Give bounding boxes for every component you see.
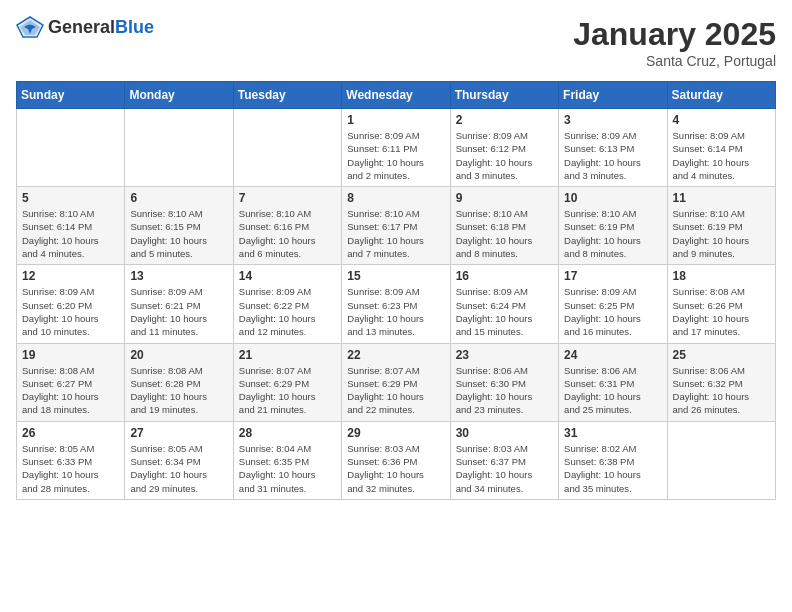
calendar-day: 29Sunrise: 8:03 AM Sunset: 6:36 PM Dayli…	[342, 421, 450, 499]
calendar-week-3: 12Sunrise: 8:09 AM Sunset: 6:20 PM Dayli…	[17, 265, 776, 343]
logo-general: General	[48, 17, 115, 37]
day-info: Sunrise: 8:09 AM Sunset: 6:25 PM Dayligh…	[564, 285, 661, 338]
day-number: 26	[22, 426, 119, 440]
day-info: Sunrise: 8:07 AM Sunset: 6:29 PM Dayligh…	[239, 364, 336, 417]
day-info: Sunrise: 8:09 AM Sunset: 6:11 PM Dayligh…	[347, 129, 444, 182]
day-info: Sunrise: 8:10 AM Sunset: 6:18 PM Dayligh…	[456, 207, 553, 260]
day-info: Sunrise: 8:09 AM Sunset: 6:12 PM Dayligh…	[456, 129, 553, 182]
day-number: 10	[564, 191, 661, 205]
day-info: Sunrise: 8:09 AM Sunset: 6:14 PM Dayligh…	[673, 129, 770, 182]
day-info: Sunrise: 8:05 AM Sunset: 6:34 PM Dayligh…	[130, 442, 227, 495]
calendar-day: 25Sunrise: 8:06 AM Sunset: 6:32 PM Dayli…	[667, 343, 775, 421]
weekday-header-thursday: Thursday	[450, 82, 558, 109]
day-info: Sunrise: 8:09 AM Sunset: 6:21 PM Dayligh…	[130, 285, 227, 338]
calendar-day: 2Sunrise: 8:09 AM Sunset: 6:12 PM Daylig…	[450, 109, 558, 187]
day-number: 25	[673, 348, 770, 362]
calendar-week-5: 26Sunrise: 8:05 AM Sunset: 6:33 PM Dayli…	[17, 421, 776, 499]
logo-blue: Blue	[115, 17, 154, 37]
day-number: 9	[456, 191, 553, 205]
day-info: Sunrise: 8:03 AM Sunset: 6:36 PM Dayligh…	[347, 442, 444, 495]
day-number: 15	[347, 269, 444, 283]
day-info: Sunrise: 8:10 AM Sunset: 6:19 PM Dayligh…	[673, 207, 770, 260]
day-number: 8	[347, 191, 444, 205]
day-info: Sunrise: 8:02 AM Sunset: 6:38 PM Dayligh…	[564, 442, 661, 495]
calendar-day: 24Sunrise: 8:06 AM Sunset: 6:31 PM Dayli…	[559, 343, 667, 421]
calendar-day: 5Sunrise: 8:10 AM Sunset: 6:14 PM Daylig…	[17, 187, 125, 265]
day-number: 20	[130, 348, 227, 362]
weekday-header-sunday: Sunday	[17, 82, 125, 109]
title-block: January 2025 Santa Cruz, Portugal	[573, 16, 776, 69]
calendar-day	[667, 421, 775, 499]
day-info: Sunrise: 8:10 AM Sunset: 6:19 PM Dayligh…	[564, 207, 661, 260]
calendar-day: 28Sunrise: 8:04 AM Sunset: 6:35 PM Dayli…	[233, 421, 341, 499]
day-number: 6	[130, 191, 227, 205]
day-number: 1	[347, 113, 444, 127]
calendar-week-2: 5Sunrise: 8:10 AM Sunset: 6:14 PM Daylig…	[17, 187, 776, 265]
calendar-day: 27Sunrise: 8:05 AM Sunset: 6:34 PM Dayli…	[125, 421, 233, 499]
calendar-day: 26Sunrise: 8:05 AM Sunset: 6:33 PM Dayli…	[17, 421, 125, 499]
calendar-day: 8Sunrise: 8:10 AM Sunset: 6:17 PM Daylig…	[342, 187, 450, 265]
day-number: 27	[130, 426, 227, 440]
calendar-day: 9Sunrise: 8:10 AM Sunset: 6:18 PM Daylig…	[450, 187, 558, 265]
calendar-day: 12Sunrise: 8:09 AM Sunset: 6:20 PM Dayli…	[17, 265, 125, 343]
calendar-day: 18Sunrise: 8:08 AM Sunset: 6:26 PM Dayli…	[667, 265, 775, 343]
page-header: GeneralBlue January 2025 Santa Cruz, Por…	[16, 16, 776, 69]
day-number: 23	[456, 348, 553, 362]
day-number: 4	[673, 113, 770, 127]
day-number: 14	[239, 269, 336, 283]
weekday-header-saturday: Saturday	[667, 82, 775, 109]
day-info: Sunrise: 8:06 AM Sunset: 6:30 PM Dayligh…	[456, 364, 553, 417]
calendar-day: 23Sunrise: 8:06 AM Sunset: 6:30 PM Dayli…	[450, 343, 558, 421]
calendar-day: 17Sunrise: 8:09 AM Sunset: 6:25 PM Dayli…	[559, 265, 667, 343]
weekday-header-tuesday: Tuesday	[233, 82, 341, 109]
calendar-week-1: 1Sunrise: 8:09 AM Sunset: 6:11 PM Daylig…	[17, 109, 776, 187]
day-info: Sunrise: 8:10 AM Sunset: 6:15 PM Dayligh…	[130, 207, 227, 260]
day-info: Sunrise: 8:06 AM Sunset: 6:32 PM Dayligh…	[673, 364, 770, 417]
day-number: 3	[564, 113, 661, 127]
weekday-header-wednesday: Wednesday	[342, 82, 450, 109]
day-number: 21	[239, 348, 336, 362]
day-info: Sunrise: 8:09 AM Sunset: 6:20 PM Dayligh…	[22, 285, 119, 338]
day-info: Sunrise: 8:05 AM Sunset: 6:33 PM Dayligh…	[22, 442, 119, 495]
day-info: Sunrise: 8:08 AM Sunset: 6:28 PM Dayligh…	[130, 364, 227, 417]
logo-text: GeneralBlue	[48, 17, 154, 38]
calendar-day: 7Sunrise: 8:10 AM Sunset: 6:16 PM Daylig…	[233, 187, 341, 265]
calendar-day: 13Sunrise: 8:09 AM Sunset: 6:21 PM Dayli…	[125, 265, 233, 343]
day-number: 29	[347, 426, 444, 440]
day-number: 7	[239, 191, 336, 205]
calendar-day: 21Sunrise: 8:07 AM Sunset: 6:29 PM Dayli…	[233, 343, 341, 421]
month-title: January 2025	[573, 16, 776, 53]
day-info: Sunrise: 8:04 AM Sunset: 6:35 PM Dayligh…	[239, 442, 336, 495]
day-number: 11	[673, 191, 770, 205]
logo: GeneralBlue	[16, 16, 154, 38]
day-info: Sunrise: 8:09 AM Sunset: 6:24 PM Dayligh…	[456, 285, 553, 338]
day-info: Sunrise: 8:09 AM Sunset: 6:13 PM Dayligh…	[564, 129, 661, 182]
day-number: 30	[456, 426, 553, 440]
calendar-day: 14Sunrise: 8:09 AM Sunset: 6:22 PM Dayli…	[233, 265, 341, 343]
day-info: Sunrise: 8:10 AM Sunset: 6:14 PM Dayligh…	[22, 207, 119, 260]
calendar-day: 30Sunrise: 8:03 AM Sunset: 6:37 PM Dayli…	[450, 421, 558, 499]
day-number: 2	[456, 113, 553, 127]
day-number: 19	[22, 348, 119, 362]
day-number: 17	[564, 269, 661, 283]
calendar-day: 10Sunrise: 8:10 AM Sunset: 6:19 PM Dayli…	[559, 187, 667, 265]
weekday-header-monday: Monday	[125, 82, 233, 109]
day-number: 31	[564, 426, 661, 440]
calendar-day: 20Sunrise: 8:08 AM Sunset: 6:28 PM Dayli…	[125, 343, 233, 421]
calendar-table: SundayMondayTuesdayWednesdayThursdayFrid…	[16, 81, 776, 500]
calendar-day: 11Sunrise: 8:10 AM Sunset: 6:19 PM Dayli…	[667, 187, 775, 265]
day-number: 18	[673, 269, 770, 283]
location: Santa Cruz, Portugal	[573, 53, 776, 69]
calendar-day: 1Sunrise: 8:09 AM Sunset: 6:11 PM Daylig…	[342, 109, 450, 187]
day-number: 16	[456, 269, 553, 283]
calendar-day: 31Sunrise: 8:02 AM Sunset: 6:38 PM Dayli…	[559, 421, 667, 499]
day-number: 24	[564, 348, 661, 362]
day-number: 13	[130, 269, 227, 283]
day-number: 22	[347, 348, 444, 362]
day-number: 12	[22, 269, 119, 283]
day-info: Sunrise: 8:10 AM Sunset: 6:16 PM Dayligh…	[239, 207, 336, 260]
logo-icon	[16, 16, 44, 38]
calendar-day: 22Sunrise: 8:07 AM Sunset: 6:29 PM Dayli…	[342, 343, 450, 421]
calendar-day	[233, 109, 341, 187]
day-number: 28	[239, 426, 336, 440]
